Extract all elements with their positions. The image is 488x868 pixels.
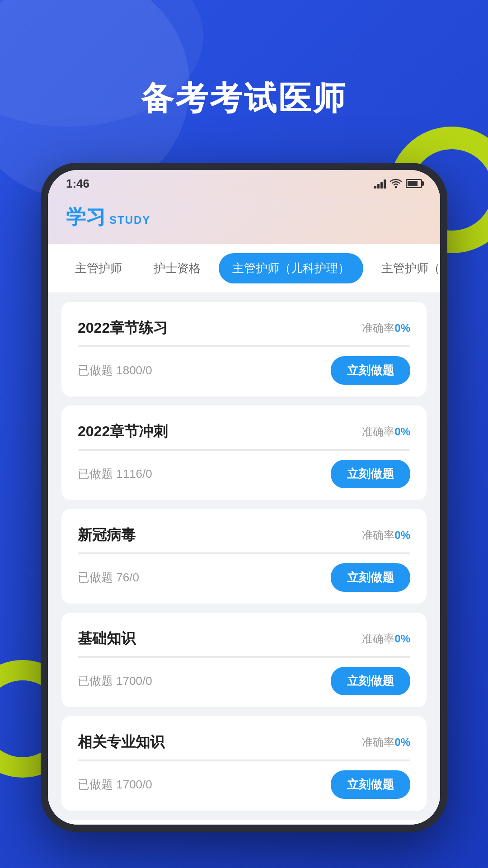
card-4-footer: 已做题 1700/0 立刻做题 xyxy=(78,667,410,695)
card-3-title: 新冠病毒 xyxy=(78,525,136,545)
card-3-done: 已做题 76/0 xyxy=(78,570,139,585)
card-2-start-button[interactable]: 立刻做题 xyxy=(331,460,410,488)
card-4-done: 已做题 1700/0 xyxy=(78,673,152,689)
card-1-start-button[interactable]: 立刻做题 xyxy=(331,356,410,385)
phone-screen: 1:46 学习 xyxy=(48,170,440,825)
logo-chinese: 学习 xyxy=(66,204,106,231)
card-5: 相关专业知识 准确率0% 已做题 1700/0 立刻做题 xyxy=(61,716,427,811)
card-4-progress xyxy=(78,656,410,658)
card-5-footer: 已做题 1700/0 立刻做题 xyxy=(78,770,410,799)
card-2-done: 已做题 1116/0 xyxy=(78,466,152,482)
card-3-accuracy: 准确率0% xyxy=(362,528,410,542)
tab-erk[interactable]: 主管护师（儿科护理） xyxy=(219,253,363,283)
status-bar: 1:46 xyxy=(48,170,440,197)
card-1-accuracy: 准确率0% xyxy=(362,321,410,335)
card-4-accuracy: 准确率0% xyxy=(362,632,410,646)
card-6: 专业知识 准确率0% 已做题 600/0 立刻做题 xyxy=(61,820,427,825)
card-4: 基础知识 准确率0% 已做题 1700/0 立刻做题 xyxy=(61,613,427,707)
card-5-start-button[interactable]: 立刻做题 xyxy=(331,770,410,799)
phone-mockup: 1:46 学习 xyxy=(41,163,447,832)
card-5-progress xyxy=(78,760,410,761)
card-2-title: 2022章节冲刺 xyxy=(78,422,168,442)
content-area: 2022章节练习 准确率0% 已做题 1800/0 立刻做题 xyxy=(48,293,440,825)
tabs-container[interactable]: 主管护师 护士资格 主管护师（儿科护理） 主管护师（妇产科护理） xyxy=(48,244,440,293)
card-1: 2022章节练习 准确率0% 已做题 1800/0 立刻做题 xyxy=(61,302,427,396)
card-3: 新冠病毒 准确率0% 已做题 76/0 立刻做题 xyxy=(61,509,427,604)
card-3-start-button[interactable]: 立刻做题 xyxy=(331,563,410,592)
card-2: 2022章节冲刺 准确率0% 已做题 1116/0 立刻做题 xyxy=(61,406,427,500)
card-2-footer: 已做题 1116/0 立刻做题 xyxy=(78,460,410,488)
status-icons xyxy=(374,179,422,189)
card-2-header: 2022章节冲刺 准确率0% xyxy=(78,422,410,442)
tab-zhuguan[interactable]: 主管护师 xyxy=(61,253,136,283)
page-title: 备考考试医师 xyxy=(0,77,488,120)
tab-hushi[interactable]: 护士资格 xyxy=(140,253,214,283)
card-5-accuracy: 准确率0% xyxy=(362,735,410,750)
card-5-done: 已做题 1700/0 xyxy=(78,777,152,793)
logo-english: STUDY xyxy=(109,214,150,226)
app-header: 学习 STUDY xyxy=(48,197,440,244)
card-1-footer: 已做题 1800/0 立刻做题 xyxy=(78,356,410,385)
card-5-header: 相关专业知识 准确率0% xyxy=(78,732,410,752)
card-3-header: 新冠病毒 准确率0% xyxy=(78,525,410,545)
card-4-header: 基础知识 准确率0% xyxy=(78,629,410,649)
app-logo: 学习 STUDY xyxy=(66,204,422,231)
card-1-done: 已做题 1800/0 xyxy=(78,363,152,378)
phone-inner: 1:46 学习 xyxy=(48,170,440,825)
svg-point-0 xyxy=(395,186,397,189)
card-1-progress xyxy=(78,345,410,347)
battery-icon xyxy=(406,179,422,188)
signal-icon xyxy=(374,179,386,189)
card-4-title: 基础知识 xyxy=(78,629,136,649)
card-5-title: 相关专业知识 xyxy=(78,732,164,752)
card-3-footer: 已做题 76/0 立刻做题 xyxy=(78,563,410,592)
card-2-progress xyxy=(78,449,410,451)
card-2-accuracy: 准确率0% xyxy=(362,425,410,439)
tab-fuchank[interactable]: 主管护师（妇产科护理） xyxy=(368,253,440,283)
wifi-icon xyxy=(389,179,402,189)
card-4-start-button[interactable]: 立刻做题 xyxy=(331,667,410,695)
card-1-header: 2022章节练习 准确率0% xyxy=(78,318,410,338)
card-1-title: 2022章节练习 xyxy=(78,318,168,338)
card-3-progress xyxy=(78,552,410,554)
status-time: 1:46 xyxy=(66,177,89,191)
